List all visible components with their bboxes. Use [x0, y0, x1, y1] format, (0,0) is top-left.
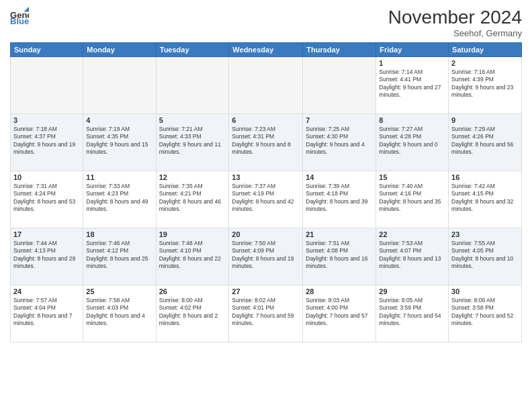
- day-info: Sunrise: 7:39 AM Sunset: 4:18 PM Dayligh…: [306, 183, 373, 214]
- calendar-cell: 7Sunrise: 7:25 AM Sunset: 4:30 PM Daylig…: [303, 114, 376, 171]
- calendar-cell: 5Sunrise: 7:21 AM Sunset: 4:33 PM Daylig…: [156, 114, 229, 171]
- day-number: 5: [159, 116, 226, 124]
- calendar-cell: [156, 57, 229, 114]
- calendar-cell: 28Sunrise: 8:03 AM Sunset: 4:00 PM Dayli…: [303, 285, 376, 342]
- calendar-cell: 21Sunrise: 7:51 AM Sunset: 4:08 PM Dayli…: [303, 228, 376, 285]
- calendar-cell: 13Sunrise: 7:37 AM Sunset: 4:19 PM Dayli…: [229, 171, 303, 228]
- day-info: Sunrise: 7:18 AM Sunset: 4:37 PM Dayligh…: [13, 126, 80, 156]
- calendar-cell: 3Sunrise: 7:18 AM Sunset: 4:37 PM Daylig…: [11, 114, 83, 171]
- calendar-cell: 30Sunrise: 8:06 AM Sunset: 3:58 PM Dayli…: [449, 285, 522, 342]
- day-info: Sunrise: 7:14 AM Sunset: 4:41 PM Dayligh…: [379, 68, 445, 99]
- week-row-5: 24Sunrise: 7:57 AM Sunset: 4:04 PM Dayli…: [11, 285, 522, 342]
- day-number: 28: [306, 287, 373, 295]
- day-info: Sunrise: 7:35 AM Sunset: 4:21 PM Dayligh…: [159, 183, 226, 214]
- location-subtitle: Seehof, Germany: [388, 28, 522, 38]
- day-number: 18: [86, 230, 152, 238]
- calendar-cell: 4Sunrise: 7:19 AM Sunset: 4:35 PM Daylig…: [83, 114, 156, 171]
- day-number: 1: [379, 59, 445, 67]
- calendar-cell: [11, 57, 83, 114]
- day-number: 8: [379, 116, 445, 124]
- day-info: Sunrise: 7:40 AM Sunset: 4:16 PM Dayligh…: [379, 183, 445, 214]
- calendar-cell: 10Sunrise: 7:31 AM Sunset: 4:24 PM Dayli…: [11, 171, 83, 228]
- week-row-1: 1Sunrise: 7:14 AM Sunset: 4:41 PM Daylig…: [11, 57, 522, 114]
- month-title: November 2024: [388, 7, 522, 28]
- calendar-cell: 14Sunrise: 7:39 AM Sunset: 4:18 PM Dayli…: [303, 171, 376, 228]
- col-header-monday: Monday: [83, 43, 156, 57]
- day-info: Sunrise: 7:55 AM Sunset: 4:05 PM Dayligh…: [451, 240, 519, 271]
- day-number: 21: [306, 230, 373, 238]
- day-number: 29: [379, 287, 445, 295]
- day-number: 17: [13, 230, 80, 238]
- day-info: Sunrise: 8:06 AM Sunset: 3:58 PM Dayligh…: [451, 297, 519, 328]
- calendar-cell: 15Sunrise: 7:40 AM Sunset: 4:16 PM Dayli…: [376, 171, 449, 228]
- calendar-cell: 11Sunrise: 7:33 AM Sunset: 4:23 PM Dayli…: [83, 171, 156, 228]
- calendar-cell: 24Sunrise: 7:57 AM Sunset: 4:04 PM Dayli…: [11, 285, 83, 342]
- calendar-cell: 23Sunrise: 7:55 AM Sunset: 4:05 PM Dayli…: [449, 228, 522, 285]
- day-number: 13: [232, 173, 300, 181]
- col-header-thursday: Thursday: [303, 43, 376, 57]
- day-number: 10: [13, 173, 80, 181]
- day-number: 6: [232, 116, 300, 124]
- day-info: Sunrise: 8:03 AM Sunset: 4:00 PM Dayligh…: [306, 297, 373, 328]
- day-info: Sunrise: 7:44 AM Sunset: 4:13 PM Dayligh…: [13, 240, 80, 271]
- calendar-cell: 17Sunrise: 7:44 AM Sunset: 4:13 PM Dayli…: [11, 228, 83, 285]
- col-header-sunday: Sunday: [11, 43, 83, 57]
- calendar-cell: [229, 57, 303, 114]
- logo: General Blue: [10, 7, 29, 26]
- calendar-cell: 25Sunrise: 7:58 AM Sunset: 4:03 PM Dayli…: [83, 285, 156, 342]
- day-number: 22: [379, 230, 445, 238]
- calendar-cell: 29Sunrise: 8:05 AM Sunset: 3:59 PM Dayli…: [376, 285, 449, 342]
- day-number: 27: [232, 287, 300, 295]
- day-number: 15: [379, 173, 445, 181]
- calendar-cell: 20Sunrise: 7:50 AM Sunset: 4:09 PM Dayli…: [229, 228, 303, 285]
- title-section: November 2024 Seehof, Germany: [388, 7, 522, 38]
- calendar-cell: 22Sunrise: 7:53 AM Sunset: 4:07 PM Dayli…: [376, 228, 449, 285]
- day-info: Sunrise: 7:19 AM Sunset: 4:35 PM Dayligh…: [86, 126, 152, 156]
- day-number: 25: [86, 287, 152, 295]
- day-number: 11: [86, 173, 152, 181]
- day-number: 7: [306, 116, 373, 124]
- calendar-table: SundayMondayTuesdayWednesdayThursdayFrid…: [10, 42, 522, 342]
- day-info: Sunrise: 7:21 AM Sunset: 4:33 PM Dayligh…: [159, 126, 226, 156]
- calendar-cell: 26Sunrise: 8:00 AM Sunset: 4:02 PM Dayli…: [156, 285, 229, 342]
- calendar-cell: 9Sunrise: 7:29 AM Sunset: 4:26 PM Daylig…: [449, 114, 522, 171]
- day-number: 12: [159, 173, 226, 181]
- calendar-cell: 8Sunrise: 7:27 AM Sunset: 4:28 PM Daylig…: [376, 114, 449, 171]
- day-info: Sunrise: 7:31 AM Sunset: 4:24 PM Dayligh…: [13, 183, 80, 214]
- col-header-tuesday: Tuesday: [156, 43, 229, 57]
- day-info: Sunrise: 7:42 AM Sunset: 4:15 PM Dayligh…: [451, 183, 519, 214]
- day-info: Sunrise: 7:25 AM Sunset: 4:30 PM Dayligh…: [306, 126, 373, 156]
- day-info: Sunrise: 7:37 AM Sunset: 4:19 PM Dayligh…: [232, 183, 300, 214]
- day-info: Sunrise: 7:46 AM Sunset: 4:12 PM Dayligh…: [86, 240, 152, 271]
- calendar-header-row: SundayMondayTuesdayWednesdayThursdayFrid…: [11, 43, 522, 57]
- week-row-2: 3Sunrise: 7:18 AM Sunset: 4:37 PM Daylig…: [11, 114, 522, 171]
- calendar-cell: 12Sunrise: 7:35 AM Sunset: 4:21 PM Dayli…: [156, 171, 229, 228]
- calendar-cell: [83, 57, 156, 114]
- col-header-wednesday: Wednesday: [229, 43, 303, 57]
- day-info: Sunrise: 7:57 AM Sunset: 4:04 PM Dayligh…: [13, 297, 80, 328]
- calendar-page: General Blue November 2024 Seehof, Germa…: [0, 0, 532, 411]
- week-row-3: 10Sunrise: 7:31 AM Sunset: 4:24 PM Dayli…: [11, 171, 522, 228]
- day-number: 9: [451, 116, 519, 124]
- day-number: 16: [451, 173, 519, 181]
- calendar-cell: [303, 57, 376, 114]
- day-number: 24: [13, 287, 80, 295]
- day-number: 23: [451, 230, 519, 238]
- day-info: Sunrise: 8:00 AM Sunset: 4:02 PM Dayligh…: [159, 297, 226, 328]
- day-info: Sunrise: 7:27 AM Sunset: 4:28 PM Dayligh…: [379, 126, 445, 156]
- header: General Blue November 2024 Seehof, Germa…: [10, 7, 522, 38]
- day-info: Sunrise: 7:16 AM Sunset: 4:39 PM Dayligh…: [451, 68, 519, 99]
- calendar-cell: 27Sunrise: 8:02 AM Sunset: 4:01 PM Dayli…: [229, 285, 303, 342]
- col-header-saturday: Saturday: [449, 43, 522, 57]
- day-info: Sunrise: 8:05 AM Sunset: 3:59 PM Dayligh…: [379, 297, 445, 328]
- day-number: 4: [86, 116, 152, 124]
- day-info: Sunrise: 7:58 AM Sunset: 4:03 PM Dayligh…: [86, 297, 152, 328]
- day-number: 26: [159, 287, 226, 295]
- day-info: Sunrise: 7:53 AM Sunset: 4:07 PM Dayligh…: [379, 240, 445, 271]
- day-number: 14: [306, 173, 373, 181]
- day-info: Sunrise: 7:48 AM Sunset: 4:10 PM Dayligh…: [159, 240, 226, 271]
- day-number: 20: [232, 230, 300, 238]
- calendar-cell: 16Sunrise: 7:42 AM Sunset: 4:15 PM Dayli…: [449, 171, 522, 228]
- day-number: 30: [451, 287, 519, 295]
- week-row-4: 17Sunrise: 7:44 AM Sunset: 4:13 PM Dayli…: [11, 228, 522, 285]
